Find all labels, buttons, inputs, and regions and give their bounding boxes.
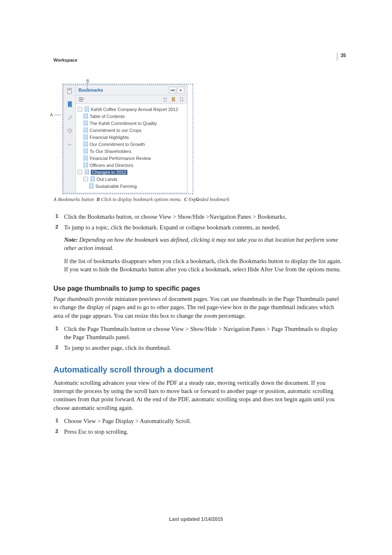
term-page-thumbnails: Page thumbnails xyxy=(53,296,94,302)
body-paragraph: If the list of bookmarks disappears when… xyxy=(64,257,343,273)
bookmark-node-icon xyxy=(85,106,89,112)
bookmarks-panel: Bookmarks ◂◂ ▸ xyxy=(63,85,187,193)
bookmark-item[interactable]: Out Lands xyxy=(97,177,118,182)
svg-rect-3 xyxy=(79,99,83,100)
note-label: Note: xyxy=(64,236,78,243)
collapse-icon[interactable]: − xyxy=(78,170,82,174)
bookmark-item[interactable]: The Kahili Commitment to Quality xyxy=(90,121,157,126)
nav-rail xyxy=(64,85,76,193)
body-paragraph: Automatic scrolling advances your view o… xyxy=(53,379,343,412)
steps-bookmarks: 1Click the Bookmarks button, or choose V… xyxy=(53,213,343,231)
note-text: Depending on how the bookmark was define… xyxy=(64,236,338,251)
svg-rect-2 xyxy=(79,97,83,98)
step-number: 2 xyxy=(53,428,58,436)
bookmark-selected[interactable]: Changes in 2012 xyxy=(91,170,127,175)
collapse-icon[interactable]: − xyxy=(83,177,88,181)
bookmark-node-icon xyxy=(85,169,89,175)
body-paragraph: Page thumbnails provide miniature previe… xyxy=(53,295,343,320)
callout-c: C xyxy=(196,197,199,201)
find-bookmark-icon[interactable] xyxy=(179,97,184,102)
bookmark-item[interactable]: Financial Highlights xyxy=(90,135,129,140)
bookmark-node-icon xyxy=(90,176,95,182)
bookmarks-figure: A B C xyxy=(53,84,193,194)
bookmark-item[interactable]: Commitment to our Crops xyxy=(90,128,141,133)
step-text: Click the Bookmarks button, or choose Vi… xyxy=(64,213,286,221)
step-number: 2 xyxy=(53,223,58,231)
callout-a: A xyxy=(50,113,53,117)
bookmark-root[interactable]: Kahili Coffee Company Annual Report 2012 xyxy=(91,107,178,112)
bookmark-node-icon xyxy=(83,127,88,133)
heading-autoscroll: Automatically scroll through a document xyxy=(53,365,343,375)
step-number: 1 xyxy=(53,325,58,341)
bookmark-item[interactable]: Sustainable Farming xyxy=(95,184,137,189)
bookmarks-icon[interactable] xyxy=(66,101,74,108)
collapse-button[interactable]: ◂◂ xyxy=(169,87,176,93)
step-text: Click the Page Thumbnails button or choo… xyxy=(64,325,343,341)
step-text: Choose View > Page Display > Automatical… xyxy=(64,417,191,425)
bookmark-node-icon xyxy=(83,113,88,119)
bookmark-item[interactable]: Table of Contents xyxy=(90,114,125,119)
layers-icon[interactable] xyxy=(66,127,74,134)
expand-button[interactable]: ▸ xyxy=(177,87,184,93)
delete-bookmark-icon[interactable] xyxy=(162,97,168,102)
bookmark-node-icon xyxy=(89,183,94,189)
panel-title: Bookmarks xyxy=(78,88,103,92)
bookmark-node-icon xyxy=(83,134,88,140)
page-number: 35 xyxy=(337,53,346,61)
bookmark-node-icon xyxy=(83,155,88,161)
note: Note: Depending on how the bookmark was … xyxy=(64,236,343,252)
bookmark-node-icon xyxy=(83,141,88,147)
svg-rect-1 xyxy=(68,89,71,90)
bookmark-tree: − Kahili Coffee Company Annual Report 20… xyxy=(76,104,187,193)
section-label: Workspace xyxy=(53,58,343,62)
step-text: To jump to another page, click its thumb… xyxy=(64,344,171,352)
new-bookmark-icon[interactable] xyxy=(171,97,176,102)
bookmark-item[interactable]: Financial Performance Review xyxy=(90,156,151,161)
bookmark-item[interactable]: To Our Shareholders xyxy=(90,149,131,154)
page-thumbnails-icon[interactable] xyxy=(66,88,74,95)
steps-thumbnails: 1Click the Page Thumbnails button or cho… xyxy=(53,325,343,352)
bookmark-item[interactable]: Officers and Directors xyxy=(90,163,133,168)
attachments-icon[interactable] xyxy=(66,114,74,121)
bookmark-node-icon xyxy=(83,120,88,126)
bookmark-node-icon xyxy=(83,148,88,154)
step-number: 1 xyxy=(53,213,58,221)
bookmark-node-icon xyxy=(83,162,88,168)
collapse-icon[interactable]: − xyxy=(78,107,82,111)
bookmark-item[interactable]: Our Commitment to Growth xyxy=(90,142,145,147)
step-text: Press Esc to stop scrolling. xyxy=(64,428,128,436)
signatures-icon[interactable] xyxy=(66,140,74,148)
svg-rect-4 xyxy=(79,101,83,102)
steps-autoscroll: 1Choose View > Page Display > Automatica… xyxy=(53,417,343,436)
step-number: 1 xyxy=(53,417,58,425)
subhead-thumbnails: Use page thumbnails to jump to specific … xyxy=(53,285,343,292)
step-number: 2 xyxy=(53,344,58,352)
options-menu-icon[interactable] xyxy=(78,97,84,102)
svg-rect-0 xyxy=(67,88,71,94)
callout-b: B xyxy=(86,79,89,83)
footer-updated: Last updated 1/14/2015 xyxy=(0,516,392,522)
step-text: To jump to a topic, click the bookmark. … xyxy=(64,223,280,231)
